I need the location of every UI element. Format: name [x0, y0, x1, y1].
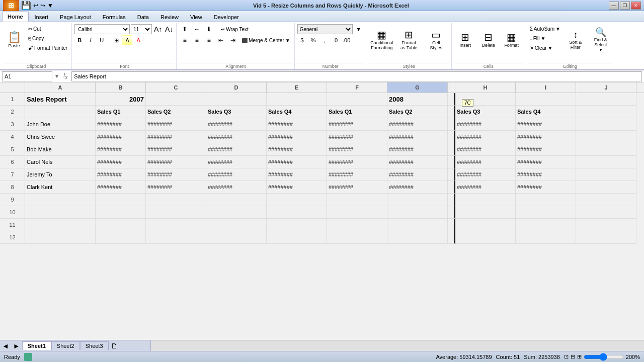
cell-c11[interactable] [146, 219, 206, 231]
normal-view-button[interactable]: ⊡ [564, 353, 569, 360]
decrease-decimal-button[interactable]: .0 [331, 35, 341, 45]
col-header-i[interactable]: H [455, 82, 516, 93]
cell-i8[interactable]: ######## [455, 181, 516, 194]
format-cells-button[interactable]: ▦ Format [501, 24, 523, 55]
cell-c4[interactable]: ######## [146, 131, 206, 143]
cell-b12[interactable] [96, 231, 146, 244]
cell-j12[interactable] [516, 231, 576, 244]
name-box[interactable]: A1 [2, 71, 52, 81]
cell-a7[interactable]: Jeremy To [25, 168, 96, 181]
cell-j11[interactable] [516, 219, 576, 231]
cell-a3[interactable]: John Doe [25, 118, 96, 131]
cell-j9[interactable] [516, 194, 576, 206]
align-center-button[interactable]: ≡ [191, 35, 202, 45]
cell-b7[interactable]: ######## [96, 168, 146, 181]
cell-g2[interactable]: Sales Q2 [387, 106, 448, 118]
cell-i4[interactable]: ######## [455, 131, 516, 143]
merge-center-button[interactable]: ⬛ Merge & Center ▼ [239, 36, 292, 45]
cell-c5[interactable]: ######## [146, 143, 206, 156]
increase-decimal-button[interactable]: .00 [342, 35, 352, 45]
zoom-slider[interactable] [584, 353, 624, 361]
cell-k12[interactable] [576, 231, 636, 244]
cell-b8[interactable]: ######## [96, 181, 146, 194]
cell-b6[interactable]: ######## [96, 156, 146, 168]
cell-d12[interactable] [206, 231, 267, 244]
fill-color-button[interactable]: A [122, 35, 132, 45]
cell-e1[interactable] [267, 93, 327, 106]
undo-icon[interactable]: ↩ [33, 2, 38, 9]
cell-a8[interactable]: Clark Kent [25, 181, 96, 194]
sheet-tab-sheet2[interactable]: Sheet2 [51, 341, 80, 350]
cell-d10[interactable] [206, 206, 267, 219]
row-header-5[interactable]: 5 [0, 143, 25, 156]
cell-c10[interactable] [146, 206, 206, 219]
cell-j6[interactable]: ######## [516, 156, 576, 168]
cell-k8[interactable] [576, 181, 636, 194]
office-button[interactable]: ⊞ [3, 0, 19, 11]
cell-i9[interactable] [455, 194, 516, 206]
cell-j3[interactable]: ######## [516, 118, 576, 131]
col-header-b[interactable]: B [96, 82, 146, 93]
cell-d5[interactable]: ######## [206, 143, 267, 156]
cell-g4[interactable]: ######## [387, 131, 448, 143]
cell-g7[interactable]: ######## [387, 168, 448, 181]
cell-j8[interactable]: ######## [516, 181, 576, 194]
cell-c1[interactable] [146, 93, 206, 106]
redo-icon[interactable]: ↪ [40, 2, 45, 9]
row-header-1[interactable]: 1 [0, 93, 25, 106]
tab-insert[interactable]: Insert [29, 12, 54, 22]
percent-button[interactable]: % [308, 35, 318, 45]
cell-e12[interactable] [267, 231, 327, 244]
col-header-a[interactable]: A [25, 82, 96, 93]
cell-b1[interactable]: 2007 [96, 93, 146, 106]
row-header-3[interactable]: 3 [0, 118, 25, 131]
row-header-10[interactable]: 10 [0, 206, 25, 219]
sheet-tab-sheet1[interactable]: Sheet1 [22, 341, 51, 350]
cut-button[interactable]: ✂ Cut [26, 24, 69, 33]
col-header-k[interactable]: J [576, 82, 636, 93]
cell-b4[interactable]: ######## [96, 131, 146, 143]
cell-e4[interactable]: ######## [267, 131, 327, 143]
cell-k1[interactable] [576, 93, 636, 106]
tab-developer[interactable]: Developer [208, 12, 245, 22]
cell-g1[interactable]: 2008 [387, 93, 448, 106]
save-icon[interactable]: 💾 [21, 1, 31, 10]
paste-button[interactable]: 📋 Paste [3, 24, 25, 55]
cell-c6[interactable]: ######## [146, 156, 206, 168]
cell-d11[interactable] [206, 219, 267, 231]
sort-filter-button[interactable]: ↕ Sort &Filter [564, 24, 588, 55]
tab-formulas[interactable]: Formulas [97, 12, 131, 22]
increase-font-button[interactable]: A↑ [153, 24, 163, 34]
cell-i11[interactable] [455, 219, 516, 231]
restore-button[interactable]: ❐ [620, 2, 630, 10]
cell-k2[interactable] [576, 106, 636, 118]
format-as-table-button[interactable]: ⊞ Formatas Table [396, 24, 422, 55]
sheet-insert-button[interactable]: 🗋 [109, 342, 120, 350]
cell-g3[interactable]: ######## [387, 118, 448, 131]
cell-d4[interactable]: ######## [206, 131, 267, 143]
underline-button[interactable]: U [97, 35, 107, 45]
col-header-d[interactable]: D [206, 82, 267, 93]
cell-f11[interactable] [327, 219, 387, 231]
cell-g9[interactable] [387, 194, 448, 206]
insert-button[interactable]: ⊞ Insert [454, 24, 476, 55]
cell-a9[interactable] [25, 194, 96, 206]
cell-a12[interactable] [25, 231, 96, 244]
row-header-2[interactable]: 2 [0, 106, 25, 118]
cell-f12[interactable] [327, 231, 387, 244]
tab-view[interactable]: View [185, 12, 208, 22]
formula-expand-button[interactable]: ▼ [54, 73, 59, 79]
cell-e10[interactable] [267, 206, 327, 219]
cell-e7[interactable]: ######## [267, 168, 327, 181]
cell-d2[interactable]: Sales Q3 [206, 106, 267, 118]
borders-button[interactable]: ⊞ [111, 35, 121, 45]
cell-c2[interactable]: Sales Q2 [146, 106, 206, 118]
cell-a6[interactable]: Carol Nels [25, 156, 96, 168]
page-break-view-button[interactable]: ⊞ [577, 353, 582, 360]
cell-i3[interactable]: ######## [455, 118, 516, 131]
cell-j10[interactable] [516, 206, 576, 219]
cell-k4[interactable] [576, 131, 636, 143]
close-button[interactable]: ✕ [631, 2, 641, 10]
cell-c3[interactable]: ######## [146, 118, 206, 131]
cell-c12[interactable] [146, 231, 206, 244]
